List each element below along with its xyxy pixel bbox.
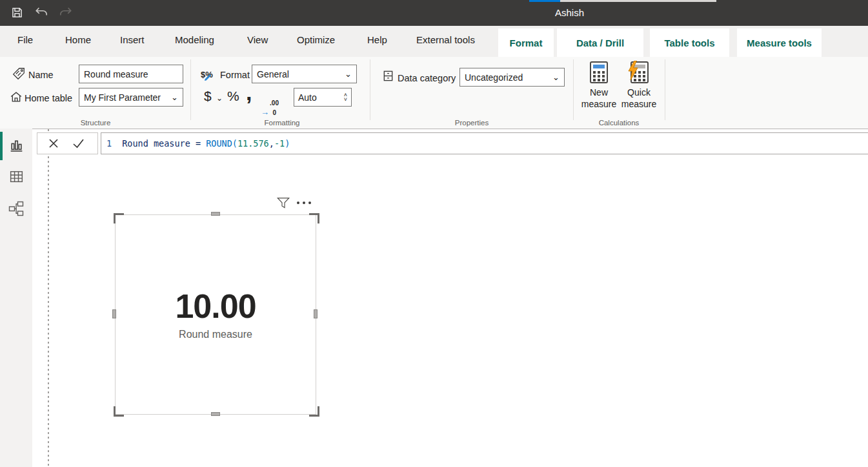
formula-line-number: 1 bbox=[106, 138, 112, 149]
card-visual[interactable]: 10.00 Round measure bbox=[115, 214, 316, 415]
tab-optimize[interactable]: Optimize bbox=[297, 34, 335, 45]
redo-button[interactable] bbox=[58, 6, 74, 21]
home-table-select[interactable]: My First Parameter ⌄ bbox=[79, 88, 183, 107]
visual-filter-button[interactable] bbox=[276, 196, 290, 213]
report-view-button[interactable] bbox=[8, 136, 25, 153]
quick-measure-button[interactable]: Quick measure bbox=[619, 61, 659, 110]
formula-measure-name: Round measure bbox=[122, 138, 190, 149]
home-table-icon bbox=[9, 90, 23, 107]
currency-chevron-icon[interactable]: ⌄ bbox=[216, 94, 223, 103]
measure-name-input[interactable]: Round measure bbox=[79, 65, 183, 83]
ellipsis-icon bbox=[297, 202, 299, 204]
formatting-group-label: Formatting bbox=[237, 119, 327, 127]
resize-handle-top-right[interactable] bbox=[309, 213, 319, 223]
top-accent-strip-blue bbox=[529, 0, 560, 2]
format-icon: $% bbox=[201, 70, 213, 79]
group-divider bbox=[190, 59, 191, 120]
resize-handle-bottom-right[interactable] bbox=[309, 406, 319, 417]
blue-arrow-icon: → bbox=[261, 109, 269, 116]
properties-group-label: Properties bbox=[427, 119, 517, 127]
tab-insert[interactable]: Insert bbox=[120, 34, 145, 45]
data-category-select[interactable]: Uncategorized ⌄ bbox=[459, 68, 565, 87]
structure-group-label: Structure bbox=[50, 119, 141, 127]
resize-handle-right[interactable] bbox=[314, 309, 318, 318]
percent-button[interactable]: % bbox=[227, 88, 239, 104]
decimal-auto-spinner[interactable]: Auto ˄ ˅ bbox=[294, 88, 352, 107]
formula-bar-input[interactable]: 1 Round measure = ROUND( 11.576 , -1 ) bbox=[101, 132, 868, 154]
undo-icon bbox=[34, 6, 48, 21]
data-category-icon bbox=[382, 70, 394, 85]
save-button[interactable] bbox=[9, 6, 25, 21]
top-accent-strip-gray bbox=[560, 0, 716, 2]
chevron-down-icon: ⌄ bbox=[345, 71, 352, 78]
checkmark-icon bbox=[72, 138, 85, 149]
card-value: 10.00 bbox=[175, 289, 256, 323]
tab-file[interactable]: File bbox=[17, 34, 33, 45]
tab-home[interactable]: Home bbox=[65, 34, 91, 45]
pencil-icon bbox=[204, 74, 212, 81]
name-label: Name bbox=[28, 70, 54, 80]
resize-handle-bottom[interactable] bbox=[211, 412, 220, 416]
bar-chart-icon bbox=[8, 137, 25, 153]
spin-down-icon[interactable]: ˅ bbox=[344, 98, 347, 102]
model-icon bbox=[8, 200, 25, 217]
group-divider bbox=[370, 59, 370, 120]
tab-modeling[interactable]: Modeling bbox=[175, 34, 214, 45]
ribbon-tab-row: File Home Insert Modeling View Optimize … bbox=[0, 26, 868, 57]
formula-function: ROUND( bbox=[206, 138, 237, 149]
tab-view[interactable]: View bbox=[247, 34, 268, 45]
card-label: Round measure bbox=[179, 329, 252, 340]
name-tag-icon bbox=[12, 67, 26, 83]
ribbon: Name Round measure Home table My First P… bbox=[0, 57, 868, 129]
data-view-button[interactable] bbox=[8, 168, 25, 185]
chevron-down-icon: ⌄ bbox=[171, 94, 178, 101]
chevron-down-icon: ⌄ bbox=[552, 74, 560, 81]
close-icon bbox=[48, 138, 59, 149]
calculations-group-label: Calculations bbox=[574, 119, 664, 127]
thousands-separator-button[interactable]: , bbox=[246, 80, 252, 105]
quick-measure-icon bbox=[628, 61, 650, 87]
report-page-boundary bbox=[48, 129, 49, 467]
tab-data-drill[interactable]: Data / Drill bbox=[557, 28, 643, 57]
save-icon bbox=[10, 6, 24, 22]
home-table-label: Home table bbox=[25, 93, 72, 103]
group-divider bbox=[665, 59, 665, 120]
tab-table-tools[interactable]: Table tools bbox=[650, 28, 729, 57]
group-divider bbox=[573, 59, 574, 120]
resize-handle-bottom-left[interactable] bbox=[114, 406, 124, 417]
formula-arg2: -1 bbox=[274, 138, 285, 149]
tab-format[interactable]: Format bbox=[498, 28, 554, 57]
decimal-places-button[interactable]: .00 → 0 bbox=[261, 99, 279, 116]
resize-handle-left[interactable] bbox=[112, 309, 116, 318]
data-category-label: Data category bbox=[398, 73, 456, 83]
tab-measure-tools[interactable]: Measure tools bbox=[737, 28, 822, 57]
formula-arg1: 11.576 bbox=[237, 138, 269, 149]
tab-external-tools[interactable]: External tools bbox=[416, 34, 475, 45]
resize-handle-top-left[interactable] bbox=[114, 213, 124, 223]
format-label: Format bbox=[220, 70, 250, 80]
formula-commit-group bbox=[37, 132, 98, 154]
format-select[interactable]: General ⌄ bbox=[252, 65, 357, 83]
powerbi-window: Ashish File Home Insert Modeling View Op… bbox=[0, 0, 868, 467]
new-measure-icon bbox=[589, 61, 609, 87]
window-title: Ashish bbox=[555, 7, 584, 18]
visual-more-options-button[interactable] bbox=[297, 202, 311, 204]
cancel-formula-button[interactable] bbox=[48, 138, 59, 149]
funnel-icon bbox=[276, 196, 290, 210]
tab-help[interactable]: Help bbox=[367, 34, 387, 45]
model-view-button[interactable] bbox=[8, 200, 25, 217]
new-measure-button[interactable]: New measure bbox=[580, 61, 618, 110]
table-icon bbox=[8, 169, 25, 185]
resize-handle-top[interactable] bbox=[211, 212, 220, 216]
active-view-indicator bbox=[0, 132, 3, 160]
view-sidebar bbox=[0, 129, 32, 467]
redo-icon bbox=[59, 6, 73, 21]
commit-formula-button[interactable] bbox=[72, 138, 85, 149]
currency-button[interactable]: $ bbox=[204, 88, 212, 104]
titlebar: Ashish bbox=[0, 0, 868, 26]
undo-button[interactable] bbox=[34, 6, 49, 21]
